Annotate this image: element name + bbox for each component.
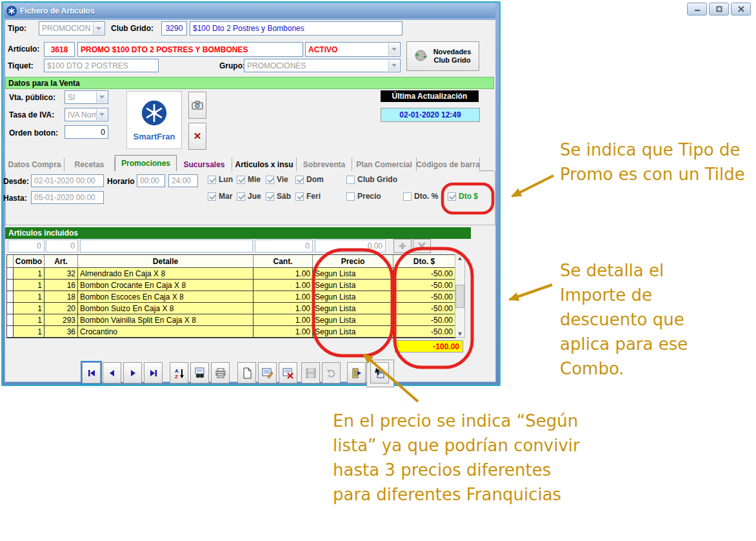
horario-hasta-input[interactable]: 24:00 [168, 174, 198, 187]
edit-record-button[interactable] [258, 362, 277, 383]
delete-record-button[interactable] [279, 362, 297, 383]
col-cant[interactable]: Cant. [254, 255, 313, 268]
checkbox-vie[interactable]: Vie [266, 175, 288, 184]
checkbox-club-grido[interactable]: Club Grido [346, 175, 397, 184]
exit-button[interactable] [347, 362, 366, 383]
tiquet-field[interactable]: $100 DTO 2 POSTRES [44, 59, 159, 72]
first-record-button[interactable] [82, 362, 101, 383]
close-button[interactable] [731, 3, 751, 15]
print-button[interactable] [211, 362, 230, 383]
horario-desde-input[interactable]: 00:00 [137, 174, 165, 187]
filter-detalle-input[interactable] [80, 240, 253, 252]
checkbox-label: Vie [277, 175, 288, 184]
checkbox-jue[interactable]: Jue [237, 192, 261, 201]
cell-precio: Segun Lista [313, 303, 393, 314]
chevron-down-icon[interactable] [93, 23, 104, 34]
chevron-down-icon[interactable] [96, 109, 107, 120]
scroll-down-icon[interactable]: ▼ [457, 331, 463, 337]
hasta-input[interactable]: 05-01-2020 00:00 [31, 191, 104, 204]
tab-label: Articulos x insu [235, 160, 293, 169]
tasa-iva-select[interactable]: IVA Normal [65, 108, 108, 121]
table-row[interactable]: 1 32 Almendrado En Caja X 8 1.00 Segun L… [7, 268, 455, 280]
col-art[interactable]: Art. [45, 255, 78, 268]
club-grido-name-field[interactable]: $100 Dto 2 Postres y Bombones [190, 21, 403, 36]
sort-button[interactable]: AZ [170, 362, 188, 383]
checkbox-dom[interactable]: Dom [295, 175, 324, 184]
filter-precio-input[interactable]: 0.00 [315, 240, 386, 252]
next-record-button[interactable] [123, 362, 142, 383]
vta-publico-select[interactable]: SI [65, 90, 108, 104]
minimize-button[interactable] [687, 3, 707, 15]
table-row[interactable]: 1 293 Bombón Vainilla Split En Caja X 8 … [7, 314, 455, 326]
remove-row-button[interactable] [413, 239, 431, 253]
camera-button[interactable] [188, 92, 206, 119]
cell-dto: -50.00 [393, 268, 455, 280]
transfer-button[interactable] [370, 362, 389, 383]
desde-label: Desde: [3, 177, 29, 186]
checkbox-lun[interactable]: Lun [208, 175, 233, 184]
checkbox-label: Dom [306, 175, 324, 184]
table-row[interactable]: 1 18 Bombon Escoces En Caja X 8 1.00 Seg… [7, 291, 455, 303]
col-dto[interactable]: Dto. $ [393, 255, 455, 268]
tab-promociones[interactable]: Promociones [115, 155, 177, 171]
tab-sobreventa[interactable]: Sobreventa [297, 158, 352, 171]
filter-art-input[interactable]: 0 [46, 240, 78, 252]
tipo-select[interactable]: PROMOCION [39, 21, 105, 36]
add-row-button[interactable] [393, 239, 412, 253]
tab-recetas[interactable]: Recetas [65, 158, 115, 171]
articulo-code-field[interactable]: 3618 [44, 42, 75, 57]
tipo-label: Tipo: [8, 24, 26, 33]
filter-combo-input[interactable]: 0 [8, 240, 45, 252]
last-record-button[interactable] [144, 362, 163, 383]
checkbox-feri[interactable]: Feri [295, 192, 321, 201]
col-combo[interactable]: Combo [14, 255, 45, 268]
desde-value: 02-01-2020 00:00 [34, 176, 95, 185]
delete-image-button[interactable]: ✕ [188, 123, 206, 150]
tab-datos-compra[interactable]: Datos Compra [5, 158, 65, 171]
grupo-select[interactable]: PROMOCIONES [244, 59, 401, 72]
novedades-club-grido-button[interactable]: Novedades Club Grido [406, 41, 479, 71]
articulo-name-field[interactable]: PROMO $100 DTO 2 POSTRES Y BOMBONES [77, 42, 303, 57]
checkbox-dto-pesos[interactable]: Dto $ [448, 192, 478, 201]
table-row[interactable]: 1 16 Bombon Crocante En Caja X 8 1.00 Se… [7, 280, 455, 291]
col-precio[interactable]: Precio [313, 255, 393, 268]
table-row[interactable]: 1 20 Bombon Suizo En Caja X 8 1.00 Segun… [7, 303, 455, 314]
scroll-thumb[interactable] [455, 285, 464, 308]
table-row[interactable]: 1 36 Crocantino 1.00 Segun Lista -50.00 [7, 326, 455, 338]
tab-codigos-de-barra[interactable]: Códigos de barra [417, 158, 480, 171]
new-record-button[interactable] [237, 362, 256, 383]
scroll-up-icon[interactable]: ▲ [457, 255, 463, 261]
cell-art: 293 [45, 314, 78, 326]
tab-articulos-x-insu[interactable]: Articulos x insu [232, 158, 297, 171]
col-detalle[interactable]: Detalle [78, 255, 254, 268]
tab-label: Plan Comercial [356, 160, 412, 169]
filter-cant-input[interactable]: 0 [255, 240, 313, 252]
previous-record-button[interactable] [103, 362, 121, 383]
checkbox-precio[interactable]: Precio [346, 192, 381, 201]
chevron-down-icon[interactable] [388, 60, 399, 71]
filter-value: 0 [305, 241, 310, 250]
chevron-down-icon[interactable] [96, 92, 107, 103]
checkbox-dto-pct[interactable]: Dto. % [403, 192, 438, 201]
checkbox-sab[interactable]: Sáb [266, 192, 291, 201]
save-button[interactable] [301, 362, 320, 383]
smartfran-logo-icon [141, 99, 168, 129]
svg-text:Z: Z [175, 374, 178, 379]
maximize-button[interactable] [709, 3, 729, 15]
window-titlebar[interactable]: Fichero de Artículos [4, 3, 495, 18]
club-grido-code-field[interactable]: 3290 [161, 21, 187, 36]
desde-input[interactable]: 02-01-2020 00:00 [31, 174, 104, 187]
ultima-actualizacion-value-box: 02-01-2020 12:49 [381, 108, 480, 122]
cell-combo: 1 [14, 280, 45, 291]
search-button[interactable] [190, 362, 209, 383]
undo-button[interactable] [322, 362, 341, 383]
tab-plan-comercial[interactable]: Plan Comercial [352, 158, 417, 171]
checkbox-mar[interactable]: Mar [208, 192, 232, 201]
chevron-down-icon[interactable] [388, 43, 399, 56]
estado-select[interactable]: ACTIVO [305, 42, 401, 57]
orden-boton-input[interactable]: 0 [65, 125, 108, 139]
tab-sucursales[interactable]: Sucursales [177, 158, 232, 171]
checkbox-mie[interactable]: Mie [237, 175, 261, 184]
table-scrollbar[interactable]: ▲ ▼ [455, 254, 465, 338]
vta-publico-label: Vta. público: [9, 93, 55, 102]
